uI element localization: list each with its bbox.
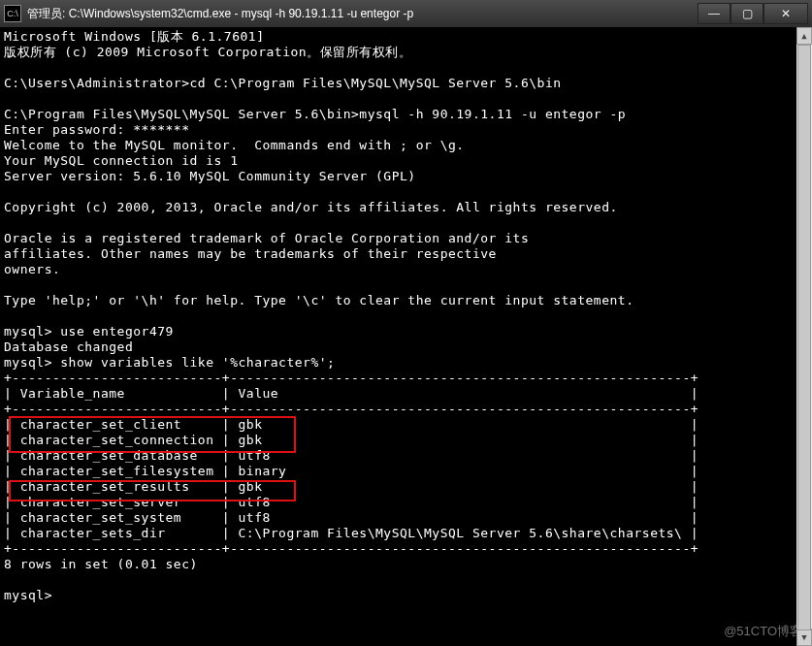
- scroll-thumb[interactable]: [797, 45, 811, 630]
- terminal-line: Oracle is a registered trademark of Orac…: [4, 231, 529, 245]
- cmd-icon: C:\: [4, 5, 21, 22]
- terminal-line: +--------------------------+------------…: [4, 402, 698, 416]
- vertical-scrollbar[interactable]: ▲ ▼: [796, 27, 812, 646]
- terminal-line: mysql>: [4, 588, 52, 602]
- terminal-line: C:\Program Files\MySQL\MySQL Server 5.6\…: [4, 107, 626, 121]
- terminal-line: 版权所有 (c) 2009 Microsoft Corporation。保留所有…: [4, 45, 411, 59]
- terminal-line: Database changed: [4, 339, 133, 354]
- titlebar[interactable]: C:\ 管理员: C:\Windows\system32\cmd.exe - m…: [0, 0, 812, 28]
- terminal-line: | character_set_connection | gbk |: [4, 433, 698, 447]
- terminal-line: affiliates. Other names may be trademark…: [4, 246, 497, 261]
- terminal-line: | character_set_database | utf8 |: [4, 448, 698, 463]
- terminal-line: +--------------------------+------------…: [4, 371, 698, 385]
- terminal-line: owners.: [4, 262, 60, 276]
- watermark: @51CTO博客: [724, 623, 802, 640]
- terminal-line: | character_set_client | gbk |: [4, 417, 698, 432]
- terminal-line: Server version: 5.6.10 MySQL Community S…: [4, 169, 416, 183]
- terminal-line: mysql> use entegor479: [4, 324, 174, 339]
- terminal-line: | character_sets_dir | C:\Program Files\…: [4, 526, 698, 540]
- close-button[interactable]: ✕: [763, 3, 808, 24]
- terminal-line: Your MySQL connection id is 1: [4, 153, 238, 168]
- terminal-line: C:\Users\Administrator>cd C:\Program Fil…: [4, 76, 562, 90]
- terminal-area[interactable]: Microsoft Windows [版本 6.1.7601] 版权所有 (c)…: [0, 27, 796, 646]
- terminal-line: Enter password: *******: [4, 122, 190, 137]
- minimize-button[interactable]: —: [698, 3, 731, 24]
- terminal-line: | character_set_system | utf8 |: [4, 510, 698, 525]
- window-controls: — ▢ ✕: [698, 3, 808, 24]
- terminal-line: | character_set_filesystem | binary |: [4, 464, 698, 478]
- terminal-line: 8 rows in set (0.01 sec): [4, 557, 198, 571]
- maximize-button[interactable]: ▢: [731, 3, 763, 24]
- terminal-line: Copyright (c) 2000, 2013, Oracle and/or …: [4, 200, 618, 214]
- terminal-line: Type 'help;' or '\h' for help. Type '\c'…: [4, 293, 633, 307]
- terminal-line: | character_set_server | utf8 |: [4, 495, 698, 509]
- terminal-line: Microsoft Windows [版本 6.1.7601]: [4, 29, 264, 44]
- terminal-line: mysql> show variables like '%character%'…: [4, 355, 335, 370]
- terminal-line: +--------------------------+------------…: [4, 541, 698, 556]
- terminal-line: Welcome to the MySQL monitor. Commands e…: [4, 138, 465, 152]
- terminal-line: | Variable_name | Value |: [4, 386, 698, 401]
- scroll-up-button[interactable]: ▲: [796, 27, 812, 45]
- scroll-track[interactable]: [796, 45, 812, 629]
- terminal-line: | character_set_results | gbk |: [4, 479, 698, 494]
- window-title: 管理员: C:\Windows\system32\cmd.exe - mysql…: [27, 6, 698, 22]
- cmd-window: C:\ 管理员: C:\Windows\system32\cmd.exe - m…: [0, 0, 812, 646]
